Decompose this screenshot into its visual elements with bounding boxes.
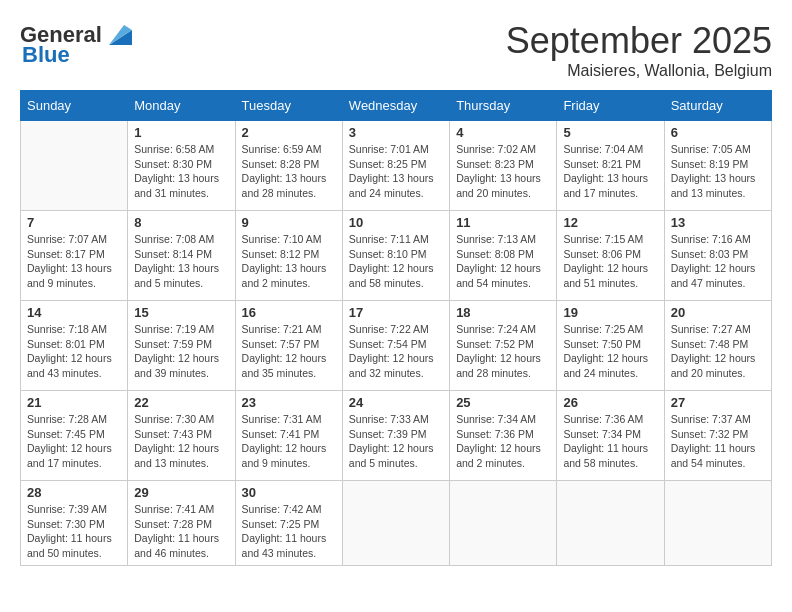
day-header-monday: Monday (128, 91, 235, 121)
day-header-saturday: Saturday (664, 91, 771, 121)
day-info: Sunrise: 7:30 AM Sunset: 7:43 PM Dayligh… (134, 412, 228, 471)
calendar-cell: 3Sunrise: 7:01 AM Sunset: 8:25 PM Daylig… (342, 121, 449, 211)
day-number: 6 (671, 125, 765, 140)
calendar-cell: 25Sunrise: 7:34 AM Sunset: 7:36 PM Dayli… (450, 391, 557, 481)
day-number: 3 (349, 125, 443, 140)
day-info: Sunrise: 7:18 AM Sunset: 8:01 PM Dayligh… (27, 322, 121, 381)
calendar-cell (342, 481, 449, 566)
day-number: 27 (671, 395, 765, 410)
calendar-cell: 7Sunrise: 7:07 AM Sunset: 8:17 PM Daylig… (21, 211, 128, 301)
day-number: 25 (456, 395, 550, 410)
day-info: Sunrise: 7:02 AM Sunset: 8:23 PM Dayligh… (456, 142, 550, 201)
calendar-cell: 23Sunrise: 7:31 AM Sunset: 7:41 PM Dayli… (235, 391, 342, 481)
day-info: Sunrise: 7:11 AM Sunset: 8:10 PM Dayligh… (349, 232, 443, 291)
calendar-table: SundayMondayTuesdayWednesdayThursdayFrid… (20, 90, 772, 566)
day-number: 28 (27, 485, 121, 500)
calendar-cell (664, 481, 771, 566)
day-number: 29 (134, 485, 228, 500)
day-header-thursday: Thursday (450, 91, 557, 121)
day-number: 1 (134, 125, 228, 140)
day-info: Sunrise: 7:24 AM Sunset: 7:52 PM Dayligh… (456, 322, 550, 381)
day-info: Sunrise: 6:59 AM Sunset: 8:28 PM Dayligh… (242, 142, 336, 201)
day-info: Sunrise: 7:37 AM Sunset: 7:32 PM Dayligh… (671, 412, 765, 471)
calendar-cell: 26Sunrise: 7:36 AM Sunset: 7:34 PM Dayli… (557, 391, 664, 481)
title-area: September 2025 Maisieres, Wallonia, Belg… (506, 20, 772, 80)
day-info: Sunrise: 7:25 AM Sunset: 7:50 PM Dayligh… (563, 322, 657, 381)
calendar-cell: 12Sunrise: 7:15 AM Sunset: 8:06 PM Dayli… (557, 211, 664, 301)
day-number: 12 (563, 215, 657, 230)
calendar-cell (21, 121, 128, 211)
calendar-cell: 24Sunrise: 7:33 AM Sunset: 7:39 PM Dayli… (342, 391, 449, 481)
calendar-cell: 8Sunrise: 7:08 AM Sunset: 8:14 PM Daylig… (128, 211, 235, 301)
day-info: Sunrise: 7:42 AM Sunset: 7:25 PM Dayligh… (242, 502, 336, 561)
day-number: 2 (242, 125, 336, 140)
day-info: Sunrise: 7:13 AM Sunset: 8:08 PM Dayligh… (456, 232, 550, 291)
day-info: Sunrise: 7:05 AM Sunset: 8:19 PM Dayligh… (671, 142, 765, 201)
month-title: September 2025 (506, 20, 772, 62)
day-info: Sunrise: 7:16 AM Sunset: 8:03 PM Dayligh… (671, 232, 765, 291)
calendar-cell: 10Sunrise: 7:11 AM Sunset: 8:10 PM Dayli… (342, 211, 449, 301)
week-row-4: 21Sunrise: 7:28 AM Sunset: 7:45 PM Dayli… (21, 391, 772, 481)
day-number: 8 (134, 215, 228, 230)
day-info: Sunrise: 7:34 AM Sunset: 7:36 PM Dayligh… (456, 412, 550, 471)
day-info: Sunrise: 7:41 AM Sunset: 7:28 PM Dayligh… (134, 502, 228, 561)
calendar-cell: 28Sunrise: 7:39 AM Sunset: 7:30 PM Dayli… (21, 481, 128, 566)
calendar-cell: 30Sunrise: 7:42 AM Sunset: 7:25 PM Dayli… (235, 481, 342, 566)
calendar-cell: 18Sunrise: 7:24 AM Sunset: 7:52 PM Dayli… (450, 301, 557, 391)
week-row-5: 28Sunrise: 7:39 AM Sunset: 7:30 PM Dayli… (21, 481, 772, 566)
day-info: Sunrise: 7:39 AM Sunset: 7:30 PM Dayligh… (27, 502, 121, 561)
day-number: 5 (563, 125, 657, 140)
day-number: 23 (242, 395, 336, 410)
calendar-cell: 13Sunrise: 7:16 AM Sunset: 8:03 PM Dayli… (664, 211, 771, 301)
logo-icon (104, 20, 134, 50)
day-header-sunday: Sunday (21, 91, 128, 121)
day-info: Sunrise: 7:19 AM Sunset: 7:59 PM Dayligh… (134, 322, 228, 381)
day-number: 16 (242, 305, 336, 320)
day-number: 4 (456, 125, 550, 140)
day-info: Sunrise: 7:08 AM Sunset: 8:14 PM Dayligh… (134, 232, 228, 291)
calendar-cell: 9Sunrise: 7:10 AM Sunset: 8:12 PM Daylig… (235, 211, 342, 301)
day-info: Sunrise: 7:33 AM Sunset: 7:39 PM Dayligh… (349, 412, 443, 471)
calendar-cell: 22Sunrise: 7:30 AM Sunset: 7:43 PM Dayli… (128, 391, 235, 481)
calendar-cell (450, 481, 557, 566)
day-number: 10 (349, 215, 443, 230)
day-info: Sunrise: 7:22 AM Sunset: 7:54 PM Dayligh… (349, 322, 443, 381)
day-info: Sunrise: 7:28 AM Sunset: 7:45 PM Dayligh… (27, 412, 121, 471)
calendar-cell: 14Sunrise: 7:18 AM Sunset: 8:01 PM Dayli… (21, 301, 128, 391)
day-number: 7 (27, 215, 121, 230)
day-number: 20 (671, 305, 765, 320)
week-row-1: 1Sunrise: 6:58 AM Sunset: 8:30 PM Daylig… (21, 121, 772, 211)
logo: General Blue (20, 20, 134, 68)
calendar-cell: 1Sunrise: 6:58 AM Sunset: 8:30 PM Daylig… (128, 121, 235, 211)
day-number: 9 (242, 215, 336, 230)
location: Maisieres, Wallonia, Belgium (506, 62, 772, 80)
calendar-cell (557, 481, 664, 566)
calendar-cell: 11Sunrise: 7:13 AM Sunset: 8:08 PM Dayli… (450, 211, 557, 301)
day-number: 15 (134, 305, 228, 320)
day-number: 21 (27, 395, 121, 410)
header-row: SundayMondayTuesdayWednesdayThursdayFrid… (21, 91, 772, 121)
calendar-cell: 20Sunrise: 7:27 AM Sunset: 7:48 PM Dayli… (664, 301, 771, 391)
day-number: 24 (349, 395, 443, 410)
calendar-cell: 17Sunrise: 7:22 AM Sunset: 7:54 PM Dayli… (342, 301, 449, 391)
day-number: 14 (27, 305, 121, 320)
day-number: 19 (563, 305, 657, 320)
day-number: 26 (563, 395, 657, 410)
calendar-cell: 15Sunrise: 7:19 AM Sunset: 7:59 PM Dayli… (128, 301, 235, 391)
day-number: 17 (349, 305, 443, 320)
calendar-cell: 5Sunrise: 7:04 AM Sunset: 8:21 PM Daylig… (557, 121, 664, 211)
day-header-wednesday: Wednesday (342, 91, 449, 121)
day-info: Sunrise: 7:01 AM Sunset: 8:25 PM Dayligh… (349, 142, 443, 201)
day-number: 11 (456, 215, 550, 230)
calendar-cell: 27Sunrise: 7:37 AM Sunset: 7:32 PM Dayli… (664, 391, 771, 481)
calendar-cell: 2Sunrise: 6:59 AM Sunset: 8:28 PM Daylig… (235, 121, 342, 211)
day-info: Sunrise: 7:04 AM Sunset: 8:21 PM Dayligh… (563, 142, 657, 201)
calendar-cell: 21Sunrise: 7:28 AM Sunset: 7:45 PM Dayli… (21, 391, 128, 481)
logo-blue: Blue (22, 42, 70, 68)
day-info: Sunrise: 6:58 AM Sunset: 8:30 PM Dayligh… (134, 142, 228, 201)
day-info: Sunrise: 7:36 AM Sunset: 7:34 PM Dayligh… (563, 412, 657, 471)
day-info: Sunrise: 7:10 AM Sunset: 8:12 PM Dayligh… (242, 232, 336, 291)
day-number: 13 (671, 215, 765, 230)
calendar-cell: 29Sunrise: 7:41 AM Sunset: 7:28 PM Dayli… (128, 481, 235, 566)
calendar-cell: 4Sunrise: 7:02 AM Sunset: 8:23 PM Daylig… (450, 121, 557, 211)
